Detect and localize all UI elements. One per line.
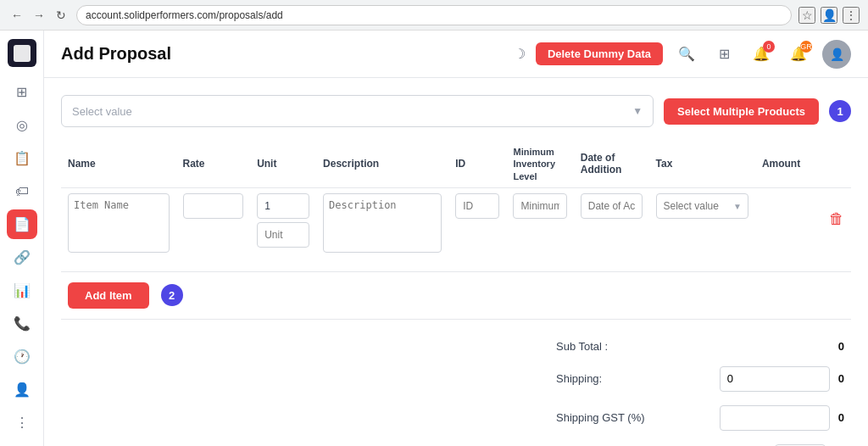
item-unit-cell [250,187,316,261]
col-header-name: Name [61,141,176,187]
shipping-label: Shipping: [556,372,602,385]
main-content: Add Proposal ☽ Delete Dummy Data 🔍 ⊞ 🔔 0… [44,31,868,446]
col-header-amount: Amount [755,141,822,187]
sidebar-item-dashboard[interactable]: ⊞ [7,77,37,107]
item-amount-cell [755,187,822,261]
sidebar-item-tag[interactable]: 🏷 [7,176,37,206]
sidebar-logo [8,39,36,67]
shipping-gst-input[interactable] [720,405,830,431]
step-badge-2: 2 [161,284,183,306]
value-dropdown[interactable]: Select value ▼ [61,95,654,127]
back-button[interactable]: ← [8,7,25,24]
item-delete-cell: 🗑 [822,187,851,261]
totals-section: Sub Total : 0 Shipping: 0 Shipping GST (… [61,319,851,446]
item-name-cell [61,187,176,261]
item-unit-input[interactable] [257,222,309,248]
sidebar: ⊞ ◎ 📋 🏷 📄 🔗 📊 📞 🕐 👤 ⋮ [0,31,44,446]
sidebar-item-history[interactable]: 🕐 [7,342,37,371]
search-button[interactable]: 🔍 [673,41,700,68]
col-header-date-of-addition: Date of Addition [574,141,649,187]
notifications-button[interactable]: 🔔 0 [748,41,775,68]
item-name-input[interactable] [68,193,170,253]
items-table: Name Rate Unit Description ID [61,141,851,261]
add-item-button[interactable]: Add Item [68,282,149,309]
totals-grid: Sub Total : 0 Shipping: 0 Shipping GST (… [556,333,844,446]
sidebar-item-contacts[interactable]: 🔗 [7,243,37,272]
sub-total-label: Sub Total : [556,340,608,353]
col-header-rate: Rate [176,141,251,187]
avatar[interactable]: 👤 [822,40,851,69]
forward-button[interactable]: → [31,7,47,24]
dark-mode-button[interactable]: ☽ [514,46,526,62]
sidebar-item-proposals[interactable]: 📄 [7,209,37,239]
shipping-gst-input-group: 0 [720,405,844,431]
col-header-id: ID [448,141,506,187]
chevron-down-icon: ▼ [632,105,643,117]
item-description-input[interactable] [323,193,442,253]
page-title: Add Proposal [61,44,514,64]
shipping-value: 0 [838,372,844,385]
sidebar-item-doc[interactable]: 📋 [7,143,37,173]
notification-badge: 0 [763,41,775,53]
discount-row: Discount (%) -0 [556,438,844,446]
sidebar-item-users[interactable]: 👤 [7,375,37,404]
item-date-input[interactable] [581,193,643,219]
browser-bar: ← → ↻ account.solidperformers.com/propos… [0,0,868,31]
page-wrapper: Select value ▼ Select Multiple Products … [44,78,868,446]
profile-button[interactable]: 👤 [821,7,837,24]
item-rate-cell [176,187,251,261]
value-dropdown-text: Select value [72,105,632,118]
item-tax-select[interactable] [656,193,748,219]
shipping-input-group: 0 [720,366,844,392]
sidebar-item-phone[interactable]: 📞 [7,309,37,338]
sub-total-value: 0 [838,340,844,353]
item-rate-input[interactable] [183,193,244,219]
page-header: Add Proposal ☽ Delete Dummy Data 🔍 ⊞ 🔔 0… [44,31,868,78]
step-badge-1: 1 [829,100,851,122]
delete-item-button[interactable]: 🗑 [829,210,844,228]
browser-actions: ☆ 👤 ⋮ [798,7,860,24]
shipping-gst-value: 0 [838,411,844,424]
alert-badge: GR [800,41,812,53]
item-desc-cell [316,187,448,261]
item-id-cell [448,187,506,261]
col-header-min-inventory: MinimumInventory Level [506,141,573,187]
refresh-button[interactable]: ↻ [53,7,70,24]
bookmark-button[interactable]: ☆ [798,7,815,24]
item-qty-input[interactable] [257,193,309,219]
col-header-tax: Tax [649,141,755,187]
col-header-description: Description [316,141,448,187]
col-header-action [822,141,851,187]
tax-wrapper: ▼ [656,193,748,219]
delete-dummy-button[interactable]: Delete Dummy Data [536,42,663,65]
item-min-inventory-input[interactable] [513,193,566,219]
item-date-cell [574,187,649,261]
col-header-unit: Unit [250,141,316,187]
sidebar-logo-inner [14,45,31,62]
select-row: Select value ▼ Select Multiple Products … [61,95,851,127]
shipping-input[interactable] [720,366,830,392]
select-multiple-products-button[interactable]: Select Multiple Products [664,98,819,125]
address-bar[interactable]: account.solidperformers.com/proposals/ad… [76,5,792,25]
add-item-row: Add Item 2 [61,271,851,319]
app-layout: ⊞ ◎ 📋 🏷 📄 🔗 📊 📞 🕐 👤 ⋮ Add Proposal ☽ Del… [0,31,868,446]
alerts-button[interactable]: 🔔 GR [785,41,812,68]
item-id-input[interactable] [455,193,499,219]
sidebar-item-reports[interactable]: 📊 [7,276,37,305]
item-min-inv-cell [506,187,573,261]
item-tax-cell: ▼ [649,187,755,261]
grid-button[interactable]: ⊞ [710,41,737,68]
sub-total-row: Sub Total : 0 [556,333,844,360]
header-actions: ☽ Delete Dummy Data 🔍 ⊞ 🔔 0 🔔 GR 👤 [514,40,851,69]
shipping-gst-label: Shipping GST (%) [556,411,645,424]
sidebar-item-circle[interactable]: ◎ [7,110,37,140]
shipping-gst-row: Shipping GST (%) 0 [556,399,844,438]
shipping-row: Shipping: 0 [556,360,844,399]
browser-nav: ← → ↻ [8,7,70,24]
sidebar-item-more[interactable]: ⋮ [7,408,37,438]
table-row: ▼ 🗑 [61,187,851,261]
menu-button[interactable]: ⋮ [843,7,860,24]
